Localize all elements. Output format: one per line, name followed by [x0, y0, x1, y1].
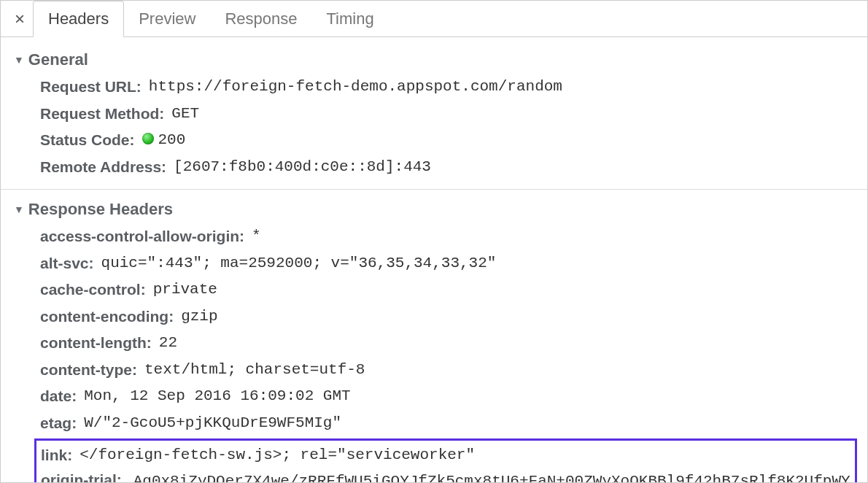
- label-link: link:: [41, 444, 72, 468]
- label-request-method: Request Method:: [40, 102, 164, 126]
- status-dot-ok-icon: [142, 133, 154, 144]
- row-content-type: content-type: text/html; charset=utf-8: [1, 357, 867, 384]
- value-etag: W/"2-GcoU5+pjKKQuDrE9WF5MIg": [84, 411, 341, 436]
- value-request-url: https://foreign-fetch-demo.appspot.com/r…: [149, 75, 562, 99]
- value-link: </foreign-fetch-sw.js>; rel="servicework…: [80, 444, 475, 468]
- row-origin-trial: origin-trial: Ag0x8iZyDOer7X4we/zRRFfWU5…: [41, 468, 850, 482]
- label-date: date:: [40, 385, 77, 409]
- value-content-type: text/html; charset=utf-8: [144, 358, 365, 382]
- close-icon[interactable]: ×: [7, 1, 33, 37]
- label-content-type: content-type:: [40, 358, 137, 382]
- row-etag: etag: W/"2-GcoU5+pjKKQuDrE9WF5MIg": [1, 410, 867, 437]
- row-alt-svc: alt-svc: quic=":443"; ma=2592000; v="36,…: [1, 250, 867, 277]
- label-alt-svc: alt-svc:: [40, 252, 94, 276]
- label-acao: access-control-allow-origin:: [40, 225, 244, 249]
- section-general-body: Request URL: https://foreign-fetch-demo.…: [1, 74, 867, 186]
- label-content-length: content-length:: [40, 331, 152, 355]
- network-detail-panel: × Headers Preview Response Timing ▼ Gene…: [0, 0, 868, 483]
- value-date: Mon, 12 Sep 2016 16:09:02 GMT: [84, 385, 350, 409]
- label-cache-control: cache-control:: [40, 278, 146, 302]
- value-content-length: 22: [159, 331, 177, 355]
- row-content-encoding: content-encoding: gzip: [1, 304, 867, 331]
- label-request-url: Request URL:: [40, 75, 142, 99]
- tabs-bar: × Headers Preview Response Timing: [1, 1, 867, 37]
- tab-response[interactable]: Response: [210, 1, 311, 37]
- value-content-encoding: gzip: [181, 305, 217, 329]
- section-title-response-headers: Response Headers: [28, 200, 173, 219]
- row-status-code: Status Code: 200: [1, 127, 867, 154]
- row-request-url: Request URL: https://foreign-fetch-demo.…: [1, 74, 867, 101]
- tab-timing[interactable]: Timing: [311, 1, 388, 37]
- headers-content: ▼ General Request URL: https://foreign-f…: [1, 37, 867, 482]
- section-divider: [1, 189, 867, 190]
- row-date: date: Mon, 12 Sep 2016 16:09:02 GMT: [1, 383, 867, 410]
- row-acao: access-control-allow-origin: *: [1, 223, 867, 250]
- row-request-method: Request Method: GET: [1, 101, 867, 128]
- label-origin-trial: origin-trial:: [41, 471, 122, 482]
- label-status-code: Status Code:: [40, 128, 135, 152]
- tab-preview[interactable]: Preview: [124, 1, 210, 37]
- section-response-headers-body: access-control-allow-origin: * alt-svc: …: [1, 223, 867, 482]
- value-cache-control: private: [153, 278, 217, 302]
- section-toggle-general[interactable]: ▼ General: [1, 43, 867, 74]
- label-etag: etag:: [40, 411, 77, 436]
- section-title-general: General: [28, 50, 88, 69]
- highlighted-headers: link: </foreign-fetch-sw.js>; rel="servi…: [34, 438, 857, 482]
- chevron-down-icon: ▼: [14, 54, 24, 66]
- label-content-encoding: content-encoding:: [40, 305, 174, 329]
- value-acao: *: [252, 225, 261, 249]
- label-remote-address: Remote Address:: [40, 155, 166, 179]
- value-request-method: GET: [171, 102, 199, 126]
- row-link: link: </foreign-fetch-sw.js>; rel="servi…: [41, 442, 850, 469]
- value-status-code: 200: [142, 128, 186, 152]
- section-toggle-response-headers[interactable]: ▼ Response Headers: [1, 193, 867, 223]
- value-origin-trial: Ag0x8iZyDOer7X4we/zRRFfWU5iGOYJfZk5cmx8t…: [41, 473, 850, 482]
- row-content-length: content-length: 22: [1, 330, 867, 357]
- tab-headers[interactable]: Headers: [33, 1, 124, 37]
- row-cache-control: cache-control: private: [1, 277, 867, 304]
- row-remote-address: Remote Address: [2607:f8b0:400d:c0e::8d]…: [1, 154, 867, 181]
- status-code-text: 200: [158, 131, 186, 148]
- value-alt-svc: quic=":443"; ma=2592000; v="36,35,34,33,…: [101, 252, 497, 276]
- chevron-down-icon: ▼: [14, 204, 24, 215]
- value-remote-address: [2607:f8b0:400d:c0e::8d]:443: [174, 155, 431, 179]
